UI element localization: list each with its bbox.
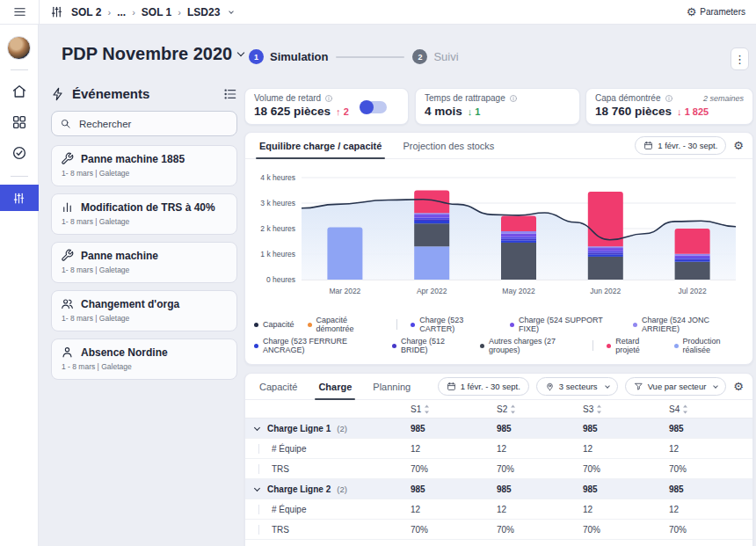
cell-value: 12 [667, 505, 753, 514]
avatar[interactable] [7, 36, 31, 60]
events-list: Panne machine 1885 1- 8 mars | Galetage … [51, 145, 237, 380]
search-input[interactable] [77, 118, 229, 130]
table-row[interactable]: TRS70%70%70%70% [245, 520, 752, 540]
legend-item[interactable]: Charge (524 SUPPORT FIXE) [510, 316, 620, 333]
cell-value: 70% [667, 464, 753, 474]
breadcrumb-separator: › [132, 7, 135, 18]
tab-planning[interactable]: Planning [362, 374, 421, 399]
breadcrumb-ellipsis[interactable]: ... [117, 6, 126, 18]
sidebar-item-apps[interactable] [0, 109, 39, 135]
event-title: Panne machine [81, 250, 158, 262]
wrench-icon [61, 152, 74, 165]
table-row[interactable]: TRS70%70%70%70% [245, 459, 752, 479]
sectors-dropdown[interactable]: 3 secteurs [536, 377, 618, 396]
group-value: 985 [667, 484, 753, 494]
list-view-button[interactable] [223, 87, 237, 101]
legend-dot [674, 344, 679, 348]
svg-text:Apr 2022: Apr 2022 [417, 287, 447, 295]
event-card[interactable]: Changement d'orga 1- 8 mars | Galetage [51, 290, 237, 331]
tab-equilibre-charge-capacite[interactable]: Equilibre charge / capacité [249, 133, 392, 158]
hamburger-menu-button[interactable] [0, 0, 39, 24]
search-box[interactable] [51, 111, 237, 136]
svg-text:Jul 2022: Jul 2022 [679, 287, 707, 295]
step-suivi[interactable]: 2 Suivi [412, 49, 458, 64]
event-card[interactable]: Modification de TRS à 40% 1- 8 mars | Ga… [51, 193, 237, 235]
legend-dot [308, 323, 312, 327]
column-header-S1[interactable]: S1 [411, 404, 430, 414]
legend-dot [510, 323, 514, 327]
table-settings-button[interactable]: ⚙ [733, 381, 744, 392]
chart-svg: 4 k heures3 k heures2 k heures1 k heures… [251, 164, 749, 315]
chart-settings-button[interactable]: ⚙ [733, 140, 744, 151]
cell-value: 12 [409, 505, 495, 514]
cell-value: 70% [581, 464, 667, 474]
sidebar-item-tasks[interactable] [0, 140, 39, 166]
legend-item[interactable]: Charge (523 CARTER) [411, 316, 497, 333]
event-meta: 1- 8 mars | Galetage [62, 266, 228, 274]
legend-dot [392, 344, 396, 348]
date-range-label: 1 févr. - 30 sept. [658, 141, 717, 150]
step-connector [336, 56, 404, 58]
legend-dot [411, 323, 415, 327]
events-panel: Événements Panne machine 1885 1- 8 mars … [51, 86, 237, 387]
home-icon [11, 84, 27, 99]
legend-item[interactable]: Capacité [254, 320, 294, 329]
info-icon[interactable] [324, 94, 333, 103]
info-icon[interactable] [665, 94, 673, 103]
event-card[interactable]: Panne machine 1885 1- 8 mars | Galetage [51, 145, 237, 186]
sort-icon [596, 404, 602, 414]
chevron-down-icon [229, 9, 234, 14]
breadcrumb-item[interactable]: SOL 1 [142, 6, 171, 18]
date-range-picker[interactable]: 1 févr. - 30 sept. [635, 136, 726, 155]
sidebar-item-planning-active[interactable] [0, 185, 39, 211]
view-filter-dropdown[interactable]: Vue par secteur [625, 377, 727, 396]
events-title: Événements [72, 86, 149, 101]
breadcrumb-item[interactable]: SOL 2 [71, 6, 101, 18]
table-row[interactable]: # Équipe12121212 [245, 439, 752, 459]
kebab-icon: ⋮ [734, 53, 745, 66]
tab-capacite[interactable]: Capacité [249, 374, 308, 399]
page-title[interactable]: PDP Novembre 2020 [62, 44, 244, 64]
step-simulation[interactable]: 1 Simulation [249, 49, 328, 64]
calendar-icon [643, 141, 653, 150]
column-header-S3[interactable]: S3 [583, 404, 602, 414]
table-group-row[interactable]: Charge Ligne 1 (2)985985985985 [245, 419, 752, 439]
kpi-label: Capa démontrée [595, 93, 661, 103]
date-range-picker[interactable]: 1 févr. - 30 sept. [438, 377, 529, 396]
kpi-label: Temps de rattrapage [425, 93, 505, 103]
parameters-button[interactable]: ⚙ Parameters [687, 6, 745, 18]
legend-item[interactable]: Charge (524 JONC ARRIERE) [633, 316, 744, 333]
event-card[interactable]: Absence Nordine 1 - 8 mars | Galetage [51, 339, 237, 380]
chart-legend: CapacitéCapacité démontréeCharge (523 CA… [245, 315, 752, 360]
kpi-value: 18 625 pièces [254, 105, 331, 118]
grid-icon [11, 114, 27, 130]
legend-dot [607, 344, 611, 348]
svg-text:0 heures: 0 heures [266, 275, 295, 284]
group-value: 985 [495, 484, 581, 494]
retard-toggle[interactable] [360, 101, 387, 113]
page-title-label: PDP Novembre 2020 [62, 44, 232, 64]
sidebar-item-home[interactable] [0, 78, 39, 105]
step-label: Simulation [270, 50, 328, 63]
legend-item[interactable]: Production réalisée [674, 337, 745, 354]
event-card[interactable]: Panne machine 1- 8 mars | Galetage [51, 242, 237, 283]
app-window: SOL 2 › ... › SOL 1 › LSD23 ⚙ Parameters… [0, 0, 756, 546]
bar-chart-icon [61, 200, 74, 214]
tab-projection-stocks[interactable]: Projection des stocks [392, 133, 505, 158]
cell-value: 12 [581, 505, 667, 514]
column-header-S4[interactable]: S4 [669, 404, 688, 414]
table-group-row[interactable]: Charge Ligne 2 (2)985985985985 [245, 479, 752, 499]
legend-item[interactable]: Autres charges (27 groupes) [480, 337, 579, 354]
tab-charge[interactable]: Charge [308, 374, 362, 399]
info-icon[interactable] [509, 94, 518, 103]
legend-item[interactable]: Retard projeté [607, 337, 660, 354]
legend-item[interactable]: Charge (512 BRIDE) [392, 337, 467, 354]
legend-item[interactable]: Capacité démontrée [308, 316, 384, 333]
row-label: TRS [245, 464, 409, 474]
more-options-button[interactable]: ⋮ [731, 47, 749, 70]
column-header-S2[interactable]: S2 [497, 404, 516, 414]
legend-item[interactable]: Charge (523 FERRURE ANCRAGE) [254, 337, 379, 354]
table-row[interactable]: # Équipe12121212 [245, 499, 752, 520]
svg-text:May 2022: May 2022 [502, 287, 535, 295]
breadcrumb-item-current[interactable]: LSD23 [187, 6, 220, 18]
